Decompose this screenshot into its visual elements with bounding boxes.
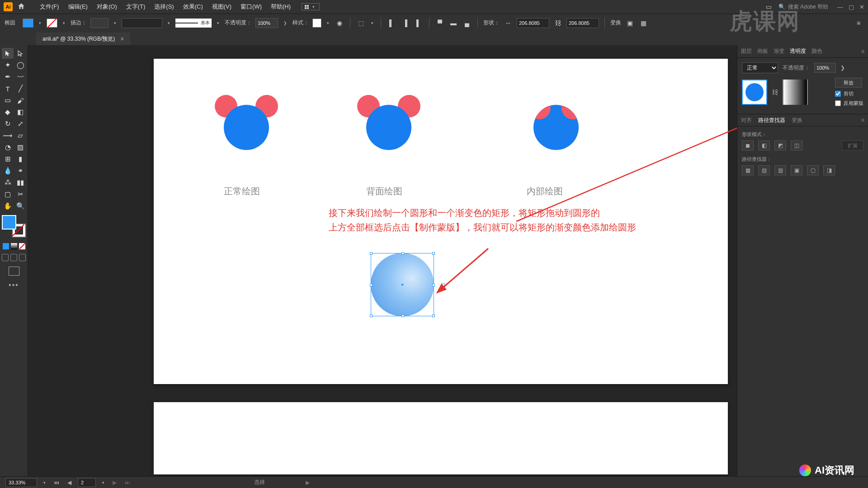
trim-icon[interactable]: ▤	[758, 165, 770, 175]
intersect-icon[interactable]: ◩	[774, 141, 786, 150]
lasso-tool[interactable]: ◯	[14, 60, 26, 70]
blend-mode-select[interactable]: 正常	[742, 62, 778, 73]
minimize-icon[interactable]: —	[837, 4, 843, 10]
gradient-annotator-handle[interactable]	[441, 283, 445, 286]
shape-builder-tool[interactable]: ◔	[2, 142, 14, 153]
blend-tool[interactable]: ⚭	[14, 165, 26, 176]
artboard-number-input[interactable]	[78, 478, 96, 487]
menu-effect[interactable]: 效果(C)	[179, 3, 208, 11]
tab-close-icon[interactable]: ×	[120, 35, 124, 42]
edit-toolbar-icon[interactable]: •••	[2, 281, 26, 289]
width-tool[interactable]: ⟿	[2, 130, 14, 141]
isolate-icon[interactable]: ▣	[625, 18, 635, 28]
fill-color-swatch[interactable]	[23, 19, 33, 28]
transform-label[interactable]: 变换	[610, 19, 621, 27]
rotate-tool[interactable]: ↻	[2, 118, 14, 129]
unite-icon[interactable]: ◼	[742, 141, 754, 150]
variable-width-profile[interactable]	[122, 18, 162, 28]
status-play-icon[interactable]: ▶	[306, 479, 310, 486]
menu-view[interactable]: 视图(V)	[208, 3, 236, 11]
menu-type[interactable]: 文字(T)	[122, 3, 150, 11]
link-dimensions-icon[interactable]: ⛓	[553, 18, 563, 28]
tab-transparency[interactable]: 透明度	[790, 47, 806, 55]
tab-gradient[interactable]: 渐变	[774, 47, 784, 55]
color-mode-none[interactable]	[19, 243, 25, 249]
perspective-tool[interactable]: ▨	[14, 142, 26, 153]
align-center-icon[interactable]: ▐	[400, 18, 410, 28]
invert-mask-checkbox[interactable]: 反相蒙版	[835, 100, 863, 107]
free-transform-tool[interactable]: ▱	[14, 130, 26, 141]
align-to-icon[interactable]: ⬚	[356, 18, 366, 28]
tab-pathfinder[interactable]: 路径查找器	[758, 117, 785, 124]
height-input[interactable]	[566, 18, 599, 28]
align-bottom-icon[interactable]: ▄	[462, 18, 472, 28]
exclude-icon[interactable]: ◫	[791, 141, 802, 150]
hand-tool[interactable]: ✋	[2, 201, 14, 211]
align-left-icon[interactable]: ▌	[387, 18, 396, 28]
eraser-tool[interactable]: ◧	[14, 107, 26, 117]
curvature-tool[interactable]: 〰	[14, 71, 26, 82]
magic-wand-tool[interactable]: ✦	[2, 60, 14, 70]
zoom-tool[interactable]: 🔍	[14, 201, 26, 211]
column-graph-tool[interactable]: ▮▮	[14, 177, 26, 188]
artboard-tool[interactable]: ▢	[2, 189, 14, 200]
brush-definition[interactable]: 基本	[175, 19, 212, 28]
align-middle-icon[interactable]: ▬	[448, 18, 458, 28]
tab-layers[interactable]: 图层	[741, 47, 752, 55]
rectangle-tool[interactable]: ▭	[2, 95, 14, 106]
eyedropper-tool[interactable]: 💧	[2, 165, 14, 176]
panel-opacity-input[interactable]	[814, 63, 836, 73]
slice-tool[interactable]: ✂	[14, 189, 26, 200]
zoom-input[interactable]	[5, 478, 37, 487]
stroke-color-swatch[interactable]	[47, 19, 57, 28]
menu-window[interactable]: 窗口(W)	[236, 3, 266, 11]
mask-source-thumb[interactable]	[742, 80, 767, 105]
align-right-icon[interactable]: ▌	[414, 18, 424, 28]
selection-tool[interactable]	[2, 48, 14, 59]
paintbrush-tool[interactable]: 🖌	[14, 95, 26, 106]
opacity-input[interactable]	[255, 18, 278, 28]
shaper-tool[interactable]: ◆	[2, 107, 14, 117]
direct-selection-tool[interactable]	[14, 48, 26, 59]
home-icon[interactable]	[17, 2, 26, 11]
menu-edit[interactable]: 编辑(E)	[64, 3, 92, 11]
tab-transform[interactable]: 变换	[792, 117, 802, 124]
tab-align[interactable]: 对齐	[741, 117, 752, 124]
menu-select[interactable]: 选择(S)	[150, 3, 178, 11]
graphic-style-swatch[interactable]	[312, 19, 321, 28]
draw-behind-icon[interactable]	[10, 254, 17, 261]
symbol-sprayer-tool[interactable]: ⁂	[2, 177, 14, 188]
gradient-tool[interactable]: ▮	[14, 154, 26, 164]
menu-file[interactable]: 文件(F)	[35, 3, 64, 11]
prev-artboard-icon[interactable]: ◀	[66, 479, 73, 486]
first-artboard-icon[interactable]: ⏮	[52, 479, 61, 486]
minus-front-icon[interactable]: ◧	[758, 141, 770, 150]
edit-icon[interactable]: ▦	[638, 18, 648, 28]
tab-color[interactable]: 颜色	[811, 47, 822, 55]
minus-back-icon[interactable]: ◨	[823, 165, 835, 175]
mask-link-icon[interactable]: ⛓	[772, 89, 778, 96]
type-tool[interactable]: T	[2, 83, 14, 94]
release-mask-button[interactable]: 释放	[835, 78, 862, 88]
mesh-tool[interactable]: ⊞	[2, 154, 14, 164]
color-mode-solid[interactable]	[3, 243, 9, 249]
draw-inside-icon[interactable]	[19, 254, 26, 261]
color-mode-gradient[interactable]	[11, 243, 17, 249]
divide-icon[interactable]: ▦	[742, 165, 754, 175]
width-input[interactable]	[517, 18, 549, 28]
mask-opacity-thumb[interactable]	[783, 80, 808, 105]
pen-tool[interactable]: ✒	[2, 71, 14, 82]
panel-menu-icon[interactable]: ≡	[861, 48, 864, 55]
tab-artboards[interactable]: 画板	[757, 47, 768, 55]
crop-icon[interactable]: ▣	[791, 165, 802, 175]
document-tab[interactable]: anli.ai* @ 33.33% (RGB/预览) ×	[36, 33, 130, 45]
draw-normal-icon[interactable]	[2, 254, 9, 261]
stroke-weight-input[interactable]	[90, 18, 108, 28]
next-artboard-icon[interactable]: ▶	[111, 479, 118, 486]
pathfinder-menu-icon[interactable]: ≡	[861, 117, 864, 123]
clip-checkbox[interactable]: 剪切	[835, 90, 863, 97]
line-tool[interactable]: ╱	[14, 83, 26, 94]
menu-object[interactable]: 对象(O)	[92, 3, 122, 11]
arrange-documents-icon[interactable]: ▾	[302, 3, 320, 10]
close-icon[interactable]: ✕	[859, 4, 864, 10]
